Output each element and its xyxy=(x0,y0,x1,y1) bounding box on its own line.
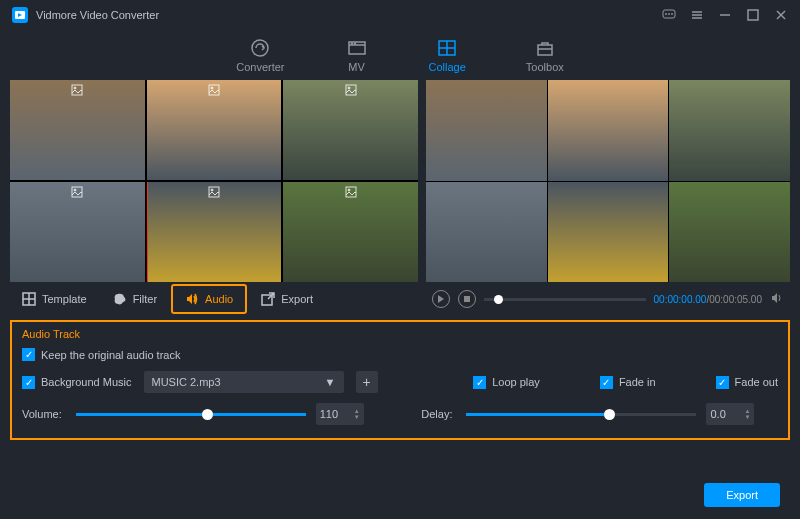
app-logo xyxy=(12,7,28,23)
menu-icon[interactable] xyxy=(690,8,704,22)
svg-point-28 xyxy=(348,87,350,89)
maximize-icon[interactable] xyxy=(746,8,760,22)
collage-cell[interactable] xyxy=(283,182,418,282)
svg-point-32 xyxy=(211,189,213,191)
close-icon[interactable] xyxy=(774,8,788,22)
bg-music-dropdown[interactable]: MUSIC 2.mp3▼ xyxy=(144,371,344,393)
panel-title: Audio Track xyxy=(22,328,778,340)
delay-slider[interactable] xyxy=(466,413,696,416)
collage-cell[interactable] xyxy=(147,80,282,180)
svg-point-3 xyxy=(666,14,667,15)
tab-audio[interactable]: Audio xyxy=(171,284,247,314)
svg-rect-40 xyxy=(464,296,470,302)
svg-point-5 xyxy=(672,14,673,15)
collage-cell[interactable] xyxy=(283,80,418,180)
fadein-checkbox[interactable]: ✓Fade in xyxy=(600,376,656,389)
svg-point-4 xyxy=(669,14,670,15)
fadeout-checkbox[interactable]: ✓Fade out xyxy=(716,376,778,389)
delay-label: Delay: xyxy=(421,408,452,420)
svg-point-17 xyxy=(354,43,355,44)
svg-point-26 xyxy=(211,87,213,89)
collage-cell[interactable] xyxy=(10,80,145,180)
collage-cell[interactable] xyxy=(147,182,282,282)
volume-slider[interactable] xyxy=(76,413,306,416)
delay-input[interactable]: 0.0▲▼ xyxy=(706,403,754,425)
svg-rect-21 xyxy=(538,45,552,55)
nav-collage[interactable]: Collage xyxy=(429,38,466,73)
svg-point-34 xyxy=(348,189,350,191)
nav-toolbox[interactable]: Toolbox xyxy=(526,38,564,73)
svg-point-30 xyxy=(74,189,76,191)
nav-mv[interactable]: MV xyxy=(345,38,369,73)
volume-label: Volume: xyxy=(22,408,62,420)
volume-icon[interactable] xyxy=(770,291,784,307)
preview-player xyxy=(426,80,790,282)
svg-marker-39 xyxy=(438,295,444,303)
svg-point-24 xyxy=(74,87,76,89)
stop-button[interactable] xyxy=(458,290,476,308)
tab-template[interactable]: Template xyxy=(10,286,99,312)
tab-filter[interactable]: Filter xyxy=(101,286,169,312)
export-button[interactable]: Export xyxy=(704,483,780,507)
bg-music-checkbox[interactable]: ✓Background Music xyxy=(22,376,132,389)
loop-checkbox[interactable]: ✓Loop play xyxy=(473,376,540,389)
keep-original-checkbox[interactable]: ✓Keep the original audio track xyxy=(22,348,180,361)
time-display: 00:00:00.00/00:00:05.00 xyxy=(654,294,762,305)
collage-grid[interactable] xyxy=(10,80,418,282)
tab-export[interactable]: Export xyxy=(249,286,325,312)
svg-point-13 xyxy=(252,40,268,56)
svg-point-16 xyxy=(351,43,352,44)
add-music-button[interactable]: + xyxy=(356,371,378,393)
chevron-down-icon: ▼ xyxy=(325,376,336,388)
audio-panel: Audio Track ✓Keep the original audio tra… xyxy=(10,320,790,440)
nav-converter[interactable]: Converter xyxy=(236,38,284,73)
feedback-icon[interactable] xyxy=(662,8,676,22)
minimize-icon[interactable] xyxy=(718,8,732,22)
volume-input[interactable]: 110▲▼ xyxy=(316,403,364,425)
collage-cell[interactable] xyxy=(10,182,145,282)
app-title: Vidmore Video Converter xyxy=(36,9,159,21)
play-button[interactable] xyxy=(432,290,450,308)
svg-rect-10 xyxy=(748,10,758,20)
progress-slider[interactable] xyxy=(484,298,646,301)
